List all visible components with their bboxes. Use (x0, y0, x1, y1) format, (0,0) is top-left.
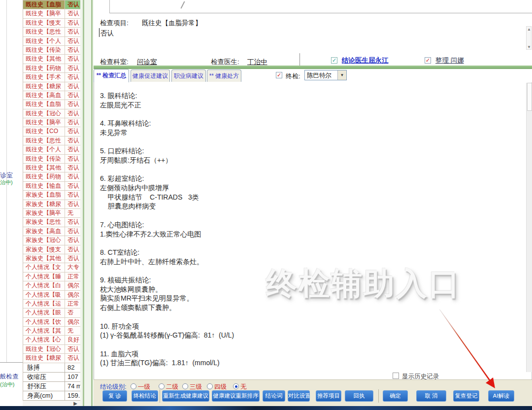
review-button[interactable]: 复 诊 (102, 390, 127, 402)
history-row[interactable]: 家族史【脑卒无 (23, 209, 81, 218)
history-row[interactable]: 既往史【冠心否认 (23, 345, 81, 354)
history-row[interactable]: 个人情况【其无 (23, 327, 81, 336)
history-row[interactable]: 既往史【恶性否认 (23, 28, 81, 36)
history-row[interactable]: 既往史【CO否认 (23, 127, 81, 136)
radio-level-4[interactable] (207, 383, 213, 389)
history-label: 既往史【其他 (23, 55, 65, 63)
history-label: 家族史【高血 (23, 227, 65, 236)
history-value: 大专 (65, 263, 81, 272)
history-row[interactable]: 既往史【个人否认 (23, 145, 81, 154)
history-row[interactable]: 家族史【其他否认 (23, 254, 81, 263)
organizer-checkbox[interactable]: ✓ (425, 57, 431, 64)
tab-1[interactable]: ** 检查汇总 (94, 69, 129, 82)
history-label: 既往史【血脂 (23, 0, 65, 9)
history-label: 既往史【糖尿 (23, 82, 65, 91)
regenerate-advice-button[interactable]: 重新生成健康建议 (162, 390, 209, 402)
history-row[interactable]: 既往史【药物否认 (23, 64, 81, 73)
radio-level-2[interactable] (159, 383, 165, 389)
history-row[interactable]: 既往史【传染否认 (23, 155, 81, 164)
history-row[interactable]: 既往史【糖尿否认 (23, 354, 81, 363)
history-row[interactable]: 家族史【血脂否认 (23, 191, 81, 200)
compare-settings-button[interactable]: 对比设置 (288, 390, 310, 402)
history-value: 否认 (65, 73, 81, 81)
gutter-line (83, 0, 84, 410)
history-value: 否认 (65, 9, 81, 18)
conclusion-doctor-link[interactable]: 结论医生屈永江 (342, 56, 389, 65)
vital-row[interactable]: 舒张压74 m (23, 382, 81, 391)
final-conclusion-button[interactable]: 终检结论 (132, 390, 158, 402)
organizer-link[interactable]: 整理 闫娜 (435, 56, 464, 65)
summary-text[interactable]: 3. 眼科结论: 左眼屈光不正 4. 耳鼻喉科结论: 未见异常 5. 口腔科结论… (100, 91, 445, 368)
history-row[interactable]: 既往史【输血否认 (23, 182, 81, 191)
cancel-button[interactable]: 取 消 (416, 390, 446, 402)
tab-4[interactable]: ** 健康处方 (207, 69, 241, 82)
recommend-items-button[interactable]: 推荐项目 (316, 390, 341, 402)
history-row[interactable]: 个人情况【心良好 (23, 336, 81, 344)
ai-interpret-button[interactable]: AI解读 (488, 390, 514, 402)
history-row[interactable]: 个人情况【眼否 (23, 308, 81, 317)
history-row[interactable]: 既往史【脑卒否认 (23, 118, 81, 127)
check-icon: ✓ (426, 57, 430, 63)
history-label: 个人情况【眼 (23, 308, 65, 317)
conclusion-doctor-checkbox[interactable]: ✓ (331, 57, 337, 64)
content-vertical-scrollbar[interactable] (526, 83, 532, 372)
reorder-advice-button[interactable]: 健康建议重新排序 (212, 390, 260, 402)
history-row[interactable]: 家族史【慢支否认 (23, 245, 81, 254)
final-check-doctor-dropdown[interactable]: 陈巴特尔 ▼ (304, 70, 347, 80)
history-value: 否认 (65, 191, 81, 199)
exam-item-content[interactable]: 否认 (100, 29, 114, 38)
history-list: 既往史【血脂否认既往史【脑卒否认既往史【慢支否认既往史【恶性否认既往史【个人否认… (23, 0, 81, 401)
vital-value: 159. (65, 391, 81, 400)
radio-level-5[interactable] (233, 383, 239, 389)
history-row[interactable]: 既往史【药物否认 (23, 172, 81, 181)
history-row[interactable]: 既往史【传染否认 (23, 46, 81, 55)
history-row[interactable]: 既往史【血脂否认 (23, 100, 81, 109)
receipt-button[interactable]: 回执 (345, 390, 373, 402)
history-row[interactable]: 家族史【糖尿否认 (23, 200, 81, 209)
history-row[interactable]: 既往史【其他否认 (23, 164, 81, 172)
history-row[interactable]: 既往史【个人否认 (23, 37, 81, 46)
recheck-register-button[interactable]: 复查登记 (453, 390, 479, 402)
history-row[interactable]: 个人情况【白偶尔 (23, 281, 81, 290)
history-row[interactable]: 个人情况【运正常 (23, 300, 81, 308)
history-row[interactable]: 既往史【手术否认 (23, 73, 81, 82)
history-row[interactable]: 个人情况【文大专 (23, 263, 81, 272)
history-row[interactable]: 家族史【冠心否认 (23, 236, 81, 245)
vital-row[interactable]: 脉搏82 (23, 363, 81, 373)
tab-2[interactable]: 健康促进建议 (131, 69, 170, 82)
history-row[interactable]: 既往史【其他否认 (23, 55, 81, 64)
text-caret (99, 28, 100, 37)
history-row[interactable]: 既往史【脑卒否认 (23, 9, 81, 18)
history-label: 既往史【手术 (23, 73, 65, 81)
final-check-checkbox[interactable]: ✓ (276, 72, 282, 78)
history-row[interactable]: 既往史【慢支否认 (23, 19, 81, 28)
history-row[interactable]: 个人情况【吸偶尔 (23, 291, 81, 300)
chevron-down-icon[interactable]: ▼ (337, 70, 346, 80)
history-row[interactable]: 既往史【血脂否认 (23, 0, 81, 9)
history-row[interactable]: 个人情况【睡正常 (23, 273, 81, 281)
history-row[interactable]: 既往史【糖尿否认 (23, 82, 81, 91)
history-row[interactable]: 既往史【冠心否认 (23, 109, 81, 118)
scroll-down-icon[interactable]: ▼ (527, 45, 531, 49)
history-row[interactable]: 家族史【高血否认 (23, 227, 81, 236)
taskbar-strip (0, 406, 532, 410)
scroll-up-icon[interactable]: ▲ (527, 27, 531, 32)
confirm-button[interactable]: 确定 (383, 390, 408, 402)
history-value: 否 (65, 308, 81, 317)
history-row[interactable]: 既往史【高血否认 (23, 91, 81, 100)
vital-row[interactable]: 收缩压107 (23, 373, 81, 382)
history-row[interactable]: 家族史【恶性否认 (23, 218, 81, 227)
conclusion-words-button[interactable]: 结论词 (263, 390, 285, 402)
exam-text-scrollbar[interactable]: ▲ ▼ (526, 26, 532, 50)
tab-3[interactable]: 职业病建议 (171, 69, 206, 82)
radio-level-3[interactable] (182, 383, 188, 389)
scrollbar-thumb[interactable] (527, 83, 532, 111)
history-row[interactable]: 个人情况【饮偶尔 (23, 318, 81, 327)
show-history-checkbox[interactable] (393, 373, 399, 379)
history-value: 否认 (65, 164, 81, 172)
history-row[interactable]: 既往史【恶性否认 (23, 137, 81, 145)
radio-level-1[interactable] (131, 383, 136, 389)
header-separator (299, 53, 300, 66)
history-label: 既往史【药物 (23, 172, 65, 181)
vital-row[interactable]: 身高(cm)159. (23, 391, 81, 401)
